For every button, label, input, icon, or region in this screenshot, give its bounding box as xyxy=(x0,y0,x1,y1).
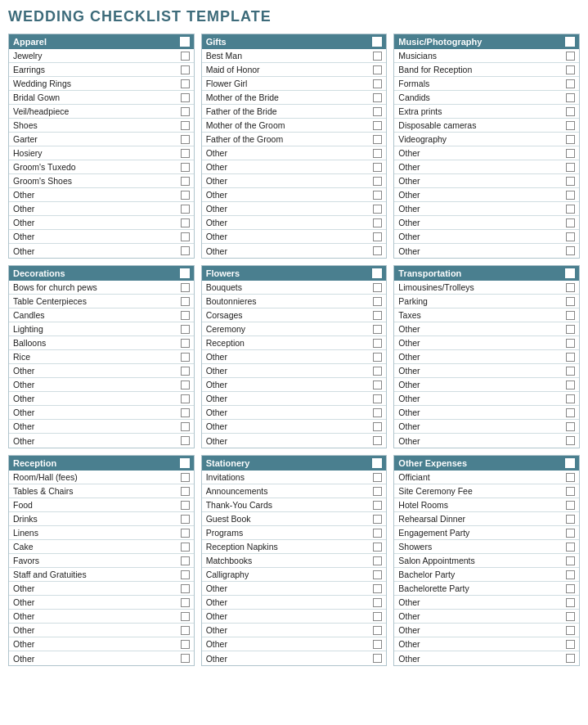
item-checkbox[interactable] xyxy=(373,325,382,334)
item-checkbox[interactable] xyxy=(566,325,575,334)
item-checkbox[interactable] xyxy=(181,246,190,255)
item-checkbox[interactable] xyxy=(181,543,190,552)
item-checkbox[interactable] xyxy=(373,515,382,524)
item-checkbox[interactable] xyxy=(181,93,190,102)
item-checkbox[interactable] xyxy=(373,584,382,593)
item-checkbox[interactable] xyxy=(181,501,190,510)
item-checkbox[interactable] xyxy=(181,297,190,306)
item-checkbox[interactable] xyxy=(566,149,575,158)
item-checkbox[interactable] xyxy=(181,163,190,172)
item-checkbox[interactable] xyxy=(566,612,575,621)
item-checkbox[interactable] xyxy=(181,612,190,621)
item-checkbox[interactable] xyxy=(181,149,190,158)
item-checkbox[interactable] xyxy=(566,353,575,362)
item-checkbox[interactable] xyxy=(373,283,382,292)
item-checkbox[interactable] xyxy=(373,353,382,362)
item-checkbox[interactable] xyxy=(373,367,382,376)
item-checkbox[interactable] xyxy=(373,149,382,158)
section-checkbox-apparel[interactable] xyxy=(180,37,190,47)
item-checkbox[interactable] xyxy=(373,626,382,635)
section-checkbox-other-expenses[interactable] xyxy=(565,458,575,468)
item-checkbox[interactable] xyxy=(181,339,190,348)
item-checkbox[interactable] xyxy=(181,394,190,403)
item-checkbox[interactable] xyxy=(566,65,575,74)
item-checkbox[interactable] xyxy=(181,205,190,214)
item-checkbox[interactable] xyxy=(181,556,190,565)
item-checkbox[interactable] xyxy=(373,177,382,186)
item-checkbox[interactable] xyxy=(373,556,382,565)
section-checkbox-reception[interactable] xyxy=(180,458,190,468)
item-checkbox[interactable] xyxy=(373,246,382,255)
section-checkbox-stationery[interactable] xyxy=(372,458,382,468)
item-checkbox[interactable] xyxy=(181,584,190,593)
item-checkbox[interactable] xyxy=(181,107,190,116)
item-checkbox[interactable] xyxy=(373,381,382,390)
item-checkbox[interactable] xyxy=(566,297,575,306)
item-checkbox[interactable] xyxy=(373,232,382,241)
item-checkbox[interactable] xyxy=(566,381,575,390)
item-checkbox[interactable] xyxy=(181,570,190,579)
item-checkbox[interactable] xyxy=(566,246,575,255)
item-checkbox[interactable] xyxy=(373,570,382,579)
item-checkbox[interactable] xyxy=(373,121,382,130)
item-checkbox[interactable] xyxy=(373,52,382,61)
item-checkbox[interactable] xyxy=(373,339,382,348)
item-checkbox[interactable] xyxy=(373,205,382,214)
item-checkbox[interactable] xyxy=(181,654,190,663)
item-checkbox[interactable] xyxy=(566,218,575,227)
item-checkbox[interactable] xyxy=(181,367,190,376)
item-checkbox[interactable] xyxy=(181,381,190,390)
item-checkbox[interactable] xyxy=(566,556,575,565)
item-checkbox[interactable] xyxy=(373,487,382,496)
item-checkbox[interactable] xyxy=(373,501,382,510)
item-checkbox[interactable] xyxy=(373,311,382,320)
item-checkbox[interactable] xyxy=(181,311,190,320)
item-checkbox[interactable] xyxy=(181,65,190,74)
item-checkbox[interactable] xyxy=(181,598,190,607)
item-checkbox[interactable] xyxy=(566,640,575,649)
item-checkbox[interactable] xyxy=(181,408,190,417)
section-checkbox-flowers[interactable] xyxy=(372,268,382,278)
item-checkbox[interactable] xyxy=(181,52,190,61)
item-checkbox[interactable] xyxy=(566,177,575,186)
item-checkbox[interactable] xyxy=(566,473,575,482)
item-checkbox[interactable] xyxy=(373,640,382,649)
item-checkbox[interactable] xyxy=(181,191,190,200)
item-checkbox[interactable] xyxy=(181,353,190,362)
item-checkbox[interactable] xyxy=(566,135,575,144)
item-checkbox[interactable] xyxy=(181,640,190,649)
item-checkbox[interactable] xyxy=(181,436,190,445)
item-checkbox[interactable] xyxy=(373,79,382,88)
item-checkbox[interactable] xyxy=(566,191,575,200)
item-checkbox[interactable] xyxy=(566,367,575,376)
section-checkbox-decorations[interactable] xyxy=(180,268,190,278)
item-checkbox[interactable] xyxy=(181,218,190,227)
item-checkbox[interactable] xyxy=(373,473,382,482)
item-checkbox[interactable] xyxy=(566,487,575,496)
item-checkbox[interactable] xyxy=(373,191,382,200)
item-checkbox[interactable] xyxy=(566,163,575,172)
item-checkbox[interactable] xyxy=(181,487,190,496)
item-checkbox[interactable] xyxy=(566,543,575,552)
item-checkbox[interactable] xyxy=(566,584,575,593)
item-checkbox[interactable] xyxy=(566,311,575,320)
item-checkbox[interactable] xyxy=(181,473,190,482)
item-checkbox[interactable] xyxy=(373,654,382,663)
item-checkbox[interactable] xyxy=(181,121,190,130)
item-checkbox[interactable] xyxy=(566,52,575,61)
item-checkbox[interactable] xyxy=(373,297,382,306)
item-checkbox[interactable] xyxy=(181,135,190,144)
item-checkbox[interactable] xyxy=(566,408,575,417)
section-checkbox-transportation[interactable] xyxy=(565,268,575,278)
item-checkbox[interactable] xyxy=(373,529,382,538)
item-checkbox[interactable] xyxy=(373,93,382,102)
item-checkbox[interactable] xyxy=(566,626,575,635)
item-checkbox[interactable] xyxy=(566,93,575,102)
item-checkbox[interactable] xyxy=(566,232,575,241)
item-checkbox[interactable] xyxy=(566,654,575,663)
item-checkbox[interactable] xyxy=(566,79,575,88)
item-checkbox[interactable] xyxy=(373,163,382,172)
item-checkbox[interactable] xyxy=(181,626,190,635)
item-checkbox[interactable] xyxy=(566,107,575,116)
item-checkbox[interactable] xyxy=(373,135,382,144)
